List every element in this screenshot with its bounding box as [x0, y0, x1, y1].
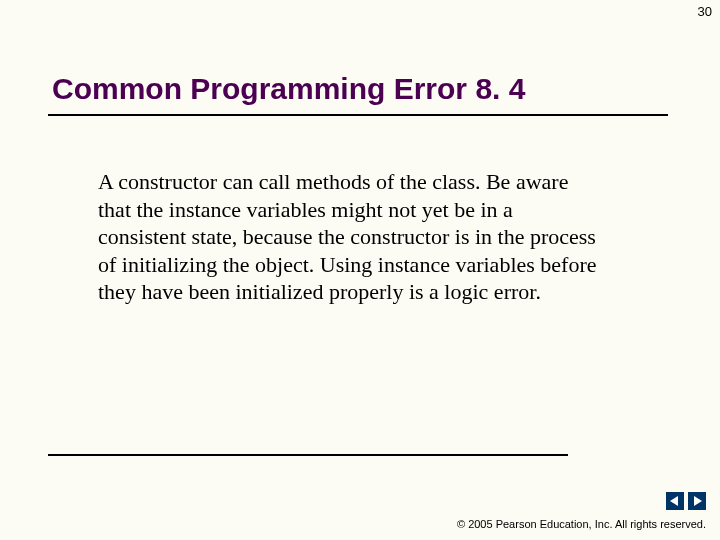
divider-top	[48, 114, 668, 116]
prev-button[interactable]	[666, 492, 684, 510]
slide-title: Common Programming Error 8. 4	[52, 72, 525, 106]
svg-marker-0	[670, 496, 678, 506]
divider-bottom	[48, 454, 568, 456]
page-number: 30	[698, 4, 712, 19]
copyright-text: © 2005 Pearson Education, Inc. All right…	[457, 518, 706, 530]
triangle-right-icon	[692, 496, 702, 506]
body-text: A constructor can call methods of the cl…	[98, 168, 598, 306]
triangle-left-icon	[670, 496, 680, 506]
nav-controls	[666, 492, 706, 510]
next-button[interactable]	[688, 492, 706, 510]
svg-marker-1	[694, 496, 702, 506]
